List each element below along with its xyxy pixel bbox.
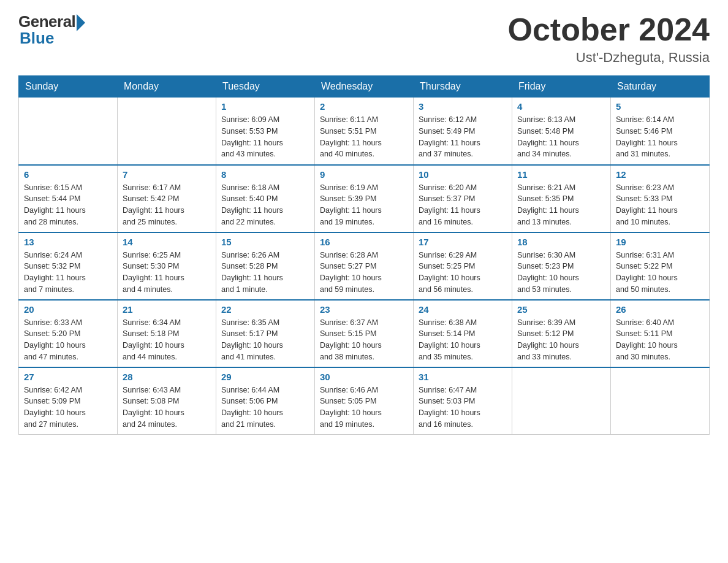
day-number: 10 xyxy=(419,169,507,180)
calendar-cell: 31Sunrise: 6:47 AM Sunset: 5:03 PM Dayli… xyxy=(414,367,512,435)
calendar-cell: 14Sunrise: 6:25 AM Sunset: 5:30 PM Dayli… xyxy=(118,232,216,300)
calendar-week-row: 27Sunrise: 6:42 AM Sunset: 5:09 PM Dayli… xyxy=(19,367,710,435)
calendar-header-friday: Friday xyxy=(512,76,611,98)
day-info: Sunrise: 6:13 AM Sunset: 5:48 PM Dayligh… xyxy=(517,114,605,160)
day-info: Sunrise: 6:19 AM Sunset: 5:39 PM Dayligh… xyxy=(320,182,408,228)
calendar-cell: 19Sunrise: 6:31 AM Sunset: 5:22 PM Dayli… xyxy=(611,232,710,300)
calendar-cell: 4Sunrise: 6:13 AM Sunset: 5:48 PM Daylig… xyxy=(512,98,611,165)
day-info: Sunrise: 6:37 AM Sunset: 5:15 PM Dayligh… xyxy=(320,317,408,363)
logo: General Blue xyxy=(18,12,85,48)
calendar-cell: 23Sunrise: 6:37 AM Sunset: 5:15 PM Dayli… xyxy=(315,300,414,367)
calendar-cell: 20Sunrise: 6:33 AM Sunset: 5:20 PM Dayli… xyxy=(19,300,118,367)
day-number: 28 xyxy=(123,372,211,382)
day-info: Sunrise: 6:40 AM Sunset: 5:11 PM Dayligh… xyxy=(616,317,704,363)
calendar-cell: 15Sunrise: 6:26 AM Sunset: 5:28 PM Dayli… xyxy=(216,232,315,300)
day-info: Sunrise: 6:20 AM Sunset: 5:37 PM Dayligh… xyxy=(419,182,507,228)
day-info: Sunrise: 6:34 AM Sunset: 5:18 PM Dayligh… xyxy=(123,317,211,363)
calendar-cell: 17Sunrise: 6:29 AM Sunset: 5:25 PM Dayli… xyxy=(414,232,512,300)
day-info: Sunrise: 6:09 AM Sunset: 5:53 PM Dayligh… xyxy=(221,114,309,160)
day-number: 3 xyxy=(419,101,507,112)
day-number: 23 xyxy=(320,304,408,315)
day-number: 19 xyxy=(616,237,704,247)
day-info: Sunrise: 6:39 AM Sunset: 5:12 PM Dayligh… xyxy=(517,317,605,363)
day-info: Sunrise: 6:38 AM Sunset: 5:14 PM Dayligh… xyxy=(419,317,507,363)
calendar-cell: 21Sunrise: 6:34 AM Sunset: 5:18 PM Dayli… xyxy=(118,300,216,367)
day-info: Sunrise: 6:21 AM Sunset: 5:35 PM Dayligh… xyxy=(517,182,605,228)
calendar-cell xyxy=(118,98,216,165)
calendar-week-row: 20Sunrise: 6:33 AM Sunset: 5:20 PM Dayli… xyxy=(19,300,710,367)
calendar-cell: 7Sunrise: 6:17 AM Sunset: 5:42 PM Daylig… xyxy=(118,165,216,232)
logo-blue-text: Blue xyxy=(20,29,54,48)
day-info: Sunrise: 6:28 AM Sunset: 5:27 PM Dayligh… xyxy=(320,250,408,296)
day-number: 31 xyxy=(419,372,507,382)
day-number: 12 xyxy=(616,169,704,180)
calendar-table: SundayMondayTuesdayWednesdayThursdayFrid… xyxy=(18,75,710,435)
day-number: 7 xyxy=(123,169,211,180)
day-number: 26 xyxy=(616,304,704,315)
calendar-cell: 13Sunrise: 6:24 AM Sunset: 5:32 PM Dayli… xyxy=(19,232,118,300)
calendar-cell: 26Sunrise: 6:40 AM Sunset: 5:11 PM Dayli… xyxy=(611,300,710,367)
day-info: Sunrise: 6:25 AM Sunset: 5:30 PM Dayligh… xyxy=(123,250,211,296)
day-info: Sunrise: 6:14 AM Sunset: 5:46 PM Dayligh… xyxy=(616,114,704,160)
calendar-cell: 27Sunrise: 6:42 AM Sunset: 5:09 PM Dayli… xyxy=(19,367,118,435)
day-info: Sunrise: 6:46 AM Sunset: 5:05 PM Dayligh… xyxy=(320,385,408,431)
calendar-header-wednesday: Wednesday xyxy=(315,76,414,98)
calendar-cell: 8Sunrise: 6:18 AM Sunset: 5:40 PM Daylig… xyxy=(216,165,315,232)
day-number: 17 xyxy=(419,237,507,247)
day-info: Sunrise: 6:43 AM Sunset: 5:08 PM Dayligh… xyxy=(123,385,211,431)
day-number: 22 xyxy=(221,304,309,315)
day-number: 24 xyxy=(419,304,507,315)
calendar-cell: 29Sunrise: 6:44 AM Sunset: 5:06 PM Dayli… xyxy=(216,367,315,435)
day-number: 5 xyxy=(616,101,704,112)
calendar-cell xyxy=(611,367,710,435)
calendar-cell: 1Sunrise: 6:09 AM Sunset: 5:53 PM Daylig… xyxy=(216,98,315,165)
day-info: Sunrise: 6:24 AM Sunset: 5:32 PM Dayligh… xyxy=(24,250,112,296)
page-header: General Blue October 2024 Ust'-Dzheguta,… xyxy=(18,12,710,66)
month-title: October 2024 xyxy=(508,12,710,47)
day-number: 18 xyxy=(517,237,605,247)
day-info: Sunrise: 6:12 AM Sunset: 5:49 PM Dayligh… xyxy=(419,114,507,160)
title-section: October 2024 Ust'-Dzheguta, Russia xyxy=(508,12,710,66)
day-number: 25 xyxy=(517,304,605,315)
day-number: 4 xyxy=(517,101,605,112)
calendar-cell: 11Sunrise: 6:21 AM Sunset: 5:35 PM Dayli… xyxy=(512,165,611,232)
day-number: 2 xyxy=(320,101,408,112)
day-number: 21 xyxy=(123,304,211,315)
day-number: 29 xyxy=(221,372,309,382)
day-info: Sunrise: 6:31 AM Sunset: 5:22 PM Dayligh… xyxy=(616,250,704,296)
logo-arrow-icon xyxy=(77,14,85,31)
day-info: Sunrise: 6:26 AM Sunset: 5:28 PM Dayligh… xyxy=(221,250,309,296)
calendar-cell: 18Sunrise: 6:30 AM Sunset: 5:23 PM Dayli… xyxy=(512,232,611,300)
calendar-cell: 12Sunrise: 6:23 AM Sunset: 5:33 PM Dayli… xyxy=(611,165,710,232)
day-info: Sunrise: 6:33 AM Sunset: 5:20 PM Dayligh… xyxy=(24,317,112,363)
calendar-cell: 2Sunrise: 6:11 AM Sunset: 5:51 PM Daylig… xyxy=(315,98,414,165)
day-number: 9 xyxy=(320,169,408,180)
day-number: 15 xyxy=(221,237,309,247)
day-info: Sunrise: 6:15 AM Sunset: 5:44 PM Dayligh… xyxy=(24,182,112,228)
day-info: Sunrise: 6:47 AM Sunset: 5:03 PM Dayligh… xyxy=(419,385,507,431)
day-info: Sunrise: 6:18 AM Sunset: 5:40 PM Dayligh… xyxy=(221,182,309,228)
day-info: Sunrise: 6:42 AM Sunset: 5:09 PM Dayligh… xyxy=(24,385,112,431)
calendar-cell xyxy=(512,367,611,435)
calendar-header-tuesday: Tuesday xyxy=(216,76,315,98)
calendar-cell: 16Sunrise: 6:28 AM Sunset: 5:27 PM Dayli… xyxy=(315,232,414,300)
day-number: 30 xyxy=(320,372,408,382)
calendar-cell: 6Sunrise: 6:15 AM Sunset: 5:44 PM Daylig… xyxy=(19,165,118,232)
day-number: 20 xyxy=(24,304,112,315)
day-info: Sunrise: 6:29 AM Sunset: 5:25 PM Dayligh… xyxy=(419,250,507,296)
location-title: Ust'-Dzheguta, Russia xyxy=(508,50,710,66)
calendar-header-row: SundayMondayTuesdayWednesdayThursdayFrid… xyxy=(19,76,710,98)
day-info: Sunrise: 6:35 AM Sunset: 5:17 PM Dayligh… xyxy=(221,317,309,363)
day-info: Sunrise: 6:11 AM Sunset: 5:51 PM Dayligh… xyxy=(320,114,408,160)
day-info: Sunrise: 6:44 AM Sunset: 5:06 PM Dayligh… xyxy=(221,385,309,431)
calendar-week-row: 1Sunrise: 6:09 AM Sunset: 5:53 PM Daylig… xyxy=(19,98,710,165)
calendar-cell: 9Sunrise: 6:19 AM Sunset: 5:39 PM Daylig… xyxy=(315,165,414,232)
calendar-cell: 28Sunrise: 6:43 AM Sunset: 5:08 PM Dayli… xyxy=(118,367,216,435)
day-number: 13 xyxy=(24,237,112,247)
calendar-week-row: 6Sunrise: 6:15 AM Sunset: 5:44 PM Daylig… xyxy=(19,165,710,232)
day-number: 1 xyxy=(221,101,309,112)
calendar-header-monday: Monday xyxy=(118,76,216,98)
calendar-cell: 10Sunrise: 6:20 AM Sunset: 5:37 PM Dayli… xyxy=(414,165,512,232)
calendar-cell: 5Sunrise: 6:14 AM Sunset: 5:46 PM Daylig… xyxy=(611,98,710,165)
calendar-cell: 22Sunrise: 6:35 AM Sunset: 5:17 PM Dayli… xyxy=(216,300,315,367)
